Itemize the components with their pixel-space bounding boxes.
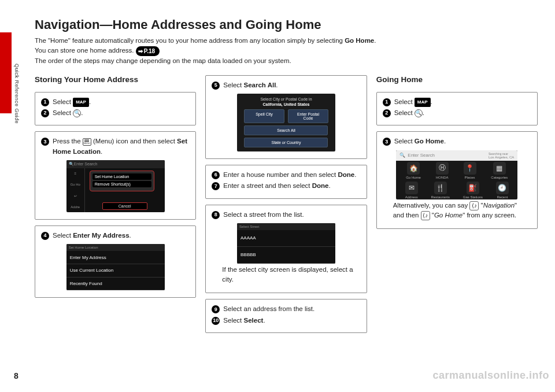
step-text: Select Enter My Address. bbox=[53, 231, 131, 241]
screenshot-street-list: Select Street AAAAA BBBBB bbox=[237, 223, 335, 264]
text: Enter a street and then select bbox=[223, 182, 312, 189]
side-label: Quick Reference Guide bbox=[14, 64, 20, 124]
page-ref-text: P.18 bbox=[144, 47, 155, 56]
step-number-9: 9 bbox=[212, 305, 220, 313]
ss-icon-row: 🏠Go Home ⒽHONDA 📍Places ▦Categories bbox=[396, 161, 517, 180]
text: . bbox=[423, 109, 424, 116]
step-1: 1 Select MAP. bbox=[41, 97, 190, 107]
going-home-heading: Going Home bbox=[376, 75, 538, 84]
step-9: 9 Select an address from the list. bbox=[212, 304, 360, 314]
watermark: carmanualsonline.info bbox=[432, 369, 549, 382]
step-3: 3 Press the MENU (Menu) icon and then se… bbox=[41, 136, 190, 157]
text: Select bbox=[53, 232, 73, 239]
step-text: Press the MENU (Menu) icon and then sele… bbox=[53, 136, 190, 157]
step-text: Select MAP. bbox=[53, 97, 91, 107]
ss-text: Select City or Postal Code in bbox=[260, 97, 312, 101]
step-text: Select Go Home. bbox=[394, 136, 446, 146]
search-icon: 🔍 bbox=[415, 109, 423, 117]
intro-line-3: The order of the steps may change depend… bbox=[35, 56, 538, 66]
text: . bbox=[89, 98, 91, 105]
map-button-icon: MAP bbox=[415, 98, 431, 107]
text: " from any screen. bbox=[462, 212, 516, 219]
text-italic: Navigation bbox=[483, 202, 515, 209]
ss-topbar: Select Street bbox=[237, 223, 335, 230]
step-text: Enter a house number and then select Don… bbox=[223, 170, 356, 180]
ss-button: State or Country bbox=[244, 138, 328, 147]
ss-text: Los Angeles, CA bbox=[489, 156, 514, 159]
ss-text: Enter Search bbox=[74, 162, 98, 166]
ss-button: Spell City bbox=[244, 109, 284, 123]
text: Select bbox=[223, 82, 243, 88]
step-number-3: 3 bbox=[41, 138, 49, 146]
step-text: Select Select. bbox=[223, 316, 265, 326]
intro-line-1: The "Home" feature automatically routes … bbox=[35, 36, 538, 46]
red-side-tab bbox=[0, 32, 12, 113]
step-4: 4 Select Enter My Address. bbox=[41, 231, 190, 241]
page-content: Navigation—Home Addresses and Going Home… bbox=[35, 17, 538, 333]
text: . bbox=[81, 109, 83, 116]
text: . bbox=[263, 317, 265, 324]
step-number-5: 5 bbox=[212, 82, 220, 90]
ss-icon-row: ✉Address 🍴Restaurants ⛽Gas Stations 🕘Rec… bbox=[396, 180, 517, 199]
text: " bbox=[430, 212, 434, 219]
ss-topbar: Set Home Location bbox=[66, 244, 165, 251]
ss-label: Places bbox=[465, 176, 475, 179]
text-bold: Done bbox=[312, 182, 329, 189]
step-number-8: 8 bbox=[212, 211, 220, 219]
ss-icon-categories: ▦Categories bbox=[491, 162, 508, 179]
columns: Storing Your Home Address 1 Select MAP. … bbox=[35, 75, 538, 333]
ss-text: Enter Search bbox=[408, 153, 435, 158]
screenshot-home-location: Set Home Location Enter My Address Use C… bbox=[66, 244, 165, 290]
box-steps-6-7: 6 Enter a house number and then select D… bbox=[205, 165, 367, 199]
intro-text: The "Home" feature automatically routes … bbox=[35, 37, 345, 44]
search-icon: 🔍 bbox=[73, 109, 81, 117]
step-text: Select 🔍. bbox=[394, 108, 424, 118]
ss-topbar: 🔍 Enter Search bbox=[66, 160, 165, 168]
step-number-6: 6 bbox=[212, 171, 220, 179]
step-6: 6 Enter a house number and then select D… bbox=[212, 170, 360, 180]
ss-search-bar: 🔍 Enter Search Searching nearLos Angeles… bbox=[396, 150, 517, 161]
step-number-7: 7 bbox=[212, 182, 220, 190]
gh-step-3: 3 Select Go Home. bbox=[383, 136, 531, 146]
text: Select bbox=[394, 109, 415, 116]
ss-row: Set Home Location bbox=[92, 173, 151, 180]
ss-row: Remove Shortcut(s) bbox=[92, 181, 151, 187]
step-text: Select Search All. bbox=[223, 80, 278, 90]
text: . bbox=[276, 82, 278, 88]
page-ref-pill: ➡P.18 bbox=[136, 46, 160, 56]
ss-label: Recent bbox=[497, 195, 508, 199]
arrow-icon: ➡ bbox=[138, 47, 143, 56]
column-1: Storing Your Home Address 1 Select MAP. … bbox=[35, 75, 196, 333]
ss-icon-restaurants: 🍴Restaurants bbox=[431, 182, 450, 199]
box-gh-steps-1-2: 1 Select MAP. 2 Select 🔍. bbox=[376, 92, 538, 126]
voice-icon: ⟨♪ bbox=[469, 201, 479, 210]
text: Select bbox=[223, 317, 243, 324]
box-step-5: 5 Select Search All. Select City or Post… bbox=[205, 75, 367, 159]
ss-side: ≡ Go Ho ↩ Addre bbox=[66, 168, 85, 212]
step-text: Select an address from the list. bbox=[223, 304, 314, 314]
step-10: 10 Select Select. bbox=[212, 316, 360, 326]
map-button-icon: MAP bbox=[73, 98, 89, 107]
step-number-2: 2 bbox=[383, 109, 391, 117]
box-steps-1-2: 1 Select MAP. 2 Select 🔍. bbox=[35, 92, 196, 126]
ss-label: HONDA bbox=[436, 176, 449, 179]
ss-label: Categories bbox=[491, 176, 508, 179]
screenshot-search-all: Select City or Postal Code in California… bbox=[237, 94, 335, 151]
text: Select bbox=[53, 109, 73, 116]
step-8-note: If the select city screen is displayed, … bbox=[212, 265, 360, 287]
ss-text: Addre bbox=[71, 205, 80, 209]
ss-label: Go Home bbox=[406, 176, 421, 179]
step-8: 8 Select a street from the list. bbox=[212, 210, 360, 220]
storing-heading: Storing Your Home Address bbox=[35, 75, 196, 84]
ss-row: Recently Found bbox=[66, 278, 165, 291]
go-home-label: Go Home bbox=[345, 37, 374, 44]
box-step-4: 4 Select Enter My Address. Set Home Loca… bbox=[35, 225, 196, 298]
page-number: 8 bbox=[14, 371, 18, 380]
ss-icon-places: 📍Places bbox=[464, 162, 476, 179]
box-steps-9-10: 9 Select an address from the list. 10 Se… bbox=[205, 299, 367, 333]
gh-step-2: 2 Select 🔍. bbox=[383, 108, 531, 118]
ss-row: BBBBB bbox=[237, 247, 335, 264]
text: . bbox=[354, 171, 356, 178]
text: . bbox=[130, 232, 131, 239]
ss-label: Address bbox=[405, 195, 418, 199]
